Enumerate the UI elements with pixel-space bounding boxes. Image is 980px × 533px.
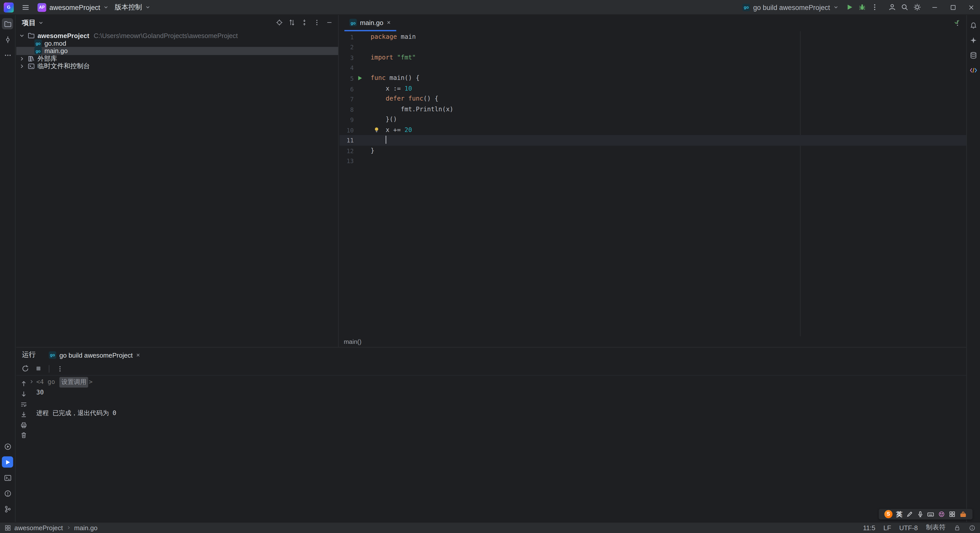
tree-item-3[interactable]: 外部库 <box>16 55 338 62</box>
code-line-2[interactable]: 2 <box>339 42 966 53</box>
clear-console-button[interactable] <box>19 431 29 439</box>
expand-all-button[interactable] <box>287 18 296 27</box>
main-menu-button[interactable] <box>19 1 32 14</box>
console-line-3: 进程 已完成，退出代码为 0 <box>31 408 966 418</box>
chevron-down-icon <box>145 4 151 10</box>
code-line-9[interactable]: 9 }() <box>339 115 966 125</box>
vcs-widget[interactable]: 版本控制 <box>115 3 151 12</box>
bulb-icon <box>373 127 380 134</box>
code-line-3[interactable]: 3import "fmt" <box>339 53 966 63</box>
tree-chevron-icon[interactable] <box>19 63 25 69</box>
toolbar-separator <box>49 365 49 372</box>
status-project-name[interactable]: awesomeProject <box>14 524 63 531</box>
intention-bulb-icon[interactable] <box>373 127 380 134</box>
cursor-position[interactable]: 11:5 <box>863 524 875 531</box>
line-ending[interactable]: LF <box>883 524 891 531</box>
rerun-button[interactable] <box>21 364 30 373</box>
code-line-11[interactable]: 11 <box>339 135 966 146</box>
ai-assistant-button[interactable] <box>968 35 979 46</box>
code-line-7[interactable]: 7 defer func() { <box>339 94 966 104</box>
close-icon <box>967 3 975 11</box>
run-options-button[interactable] <box>55 364 65 373</box>
close-button[interactable] <box>962 0 980 15</box>
inspections-ok-icon[interactable] <box>953 18 961 25</box>
commit-tool-button[interactable] <box>2 34 13 45</box>
notifications-button[interactable] <box>968 19 979 31</box>
code-line-13[interactable]: 13 <box>339 156 966 166</box>
code-line-8[interactable]: 8 fmt.Println(x) <box>339 104 966 115</box>
print-button[interactable] <box>19 421 29 429</box>
microphone-icon[interactable] <box>916 511 923 518</box>
code-line-4[interactable]: 4 <box>339 63 966 73</box>
database-button[interactable] <box>968 49 979 60</box>
editor-tab-main-go[interactable]: go main.go <box>344 15 396 32</box>
code-line-12[interactable]: 12} <box>339 146 966 156</box>
code-line-6[interactable]: 6 x := 10 <box>339 84 966 94</box>
run-gutter-icon[interactable] <box>357 75 363 81</box>
minimize-button[interactable] <box>926 0 944 15</box>
user-account-button[interactable] <box>886 1 898 14</box>
run-config-selector[interactable]: go go build awesomeProject <box>738 0 843 14</box>
file-encoding[interactable]: UTF-8 <box>899 524 918 531</box>
console-link[interactable]: 设置调用 <box>59 377 88 388</box>
endpoints-button[interactable] <box>968 64 979 76</box>
collapse-all-button[interactable] <box>299 18 309 27</box>
tree-chevron-icon[interactable] <box>19 56 25 62</box>
emoji-icon[interactable] <box>939 511 945 518</box>
ime-language-mode[interactable]: 英 <box>896 510 902 519</box>
tree-item-2[interactable]: gomain.go <box>16 47 338 55</box>
problems-tool-button[interactable] <box>2 488 13 499</box>
notification-circle-icon[interactable] <box>969 524 976 531</box>
tree-chevron-icon[interactable] <box>19 33 25 39</box>
status-file-name[interactable]: main.go <box>74 524 97 531</box>
code-line-10[interactable]: 10 x += 20 <box>339 125 966 135</box>
code-line-1[interactable]: 1package main <box>339 32 966 42</box>
prev-occurrence-button[interactable] <box>19 380 29 388</box>
go-mod-icon: go <box>35 40 42 47</box>
more-actions-button[interactable] <box>868 1 881 14</box>
soft-wrap-button[interactable] <box>19 400 29 408</box>
console-line-0: <4 go 设置调用> <box>31 377 966 388</box>
breadcrumb[interactable]: main() <box>339 336 966 347</box>
code-line-5[interactable]: 5func main() { <box>339 73 966 84</box>
stop-button[interactable] <box>34 364 43 373</box>
fold-chevron-icon <box>29 379 35 384</box>
terminal-tool-button[interactable] <box>2 472 13 483</box>
lock-icon[interactable] <box>954 524 961 531</box>
tree-item-4[interactable]: 临时文件和控制台 <box>16 62 338 70</box>
toolbox-icon[interactable] <box>959 511 967 518</box>
version-control-tool-button[interactable] <box>2 503 13 514</box>
close-tab-icon[interactable] <box>136 352 141 357</box>
pen-icon[interactable] <box>906 511 913 518</box>
arrow-down-icon <box>20 390 27 398</box>
run-panel-title[interactable]: 运行 <box>22 350 36 360</box>
tree-item-1[interactable]: gogo.mod <box>16 40 338 47</box>
hide-panel-button[interactable] <box>325 18 334 27</box>
search-everywhere-button[interactable] <box>898 1 911 14</box>
maximize-button[interactable] <box>944 0 962 15</box>
project-panel-title[interactable]: 项目 <box>22 18 44 27</box>
run-tab-go-build[interactable]: go go build awesomeProject <box>45 348 145 362</box>
project-widget[interactable]: AP awesomeProject <box>38 3 109 11</box>
keyboard-icon[interactable] <box>927 511 935 518</box>
go-run-config-icon: go <box>49 351 56 358</box>
services-tool-button[interactable] <box>2 441 13 452</box>
settings-button[interactable] <box>911 1 923 14</box>
panel-options-button[interactable] <box>312 18 321 27</box>
run-button[interactable] <box>843 1 856 14</box>
sogou-logo-icon[interactable]: S <box>884 510 892 518</box>
close-tab-icon[interactable] <box>387 20 391 25</box>
tree-item-0[interactable]: awesomeProjectC:\Users\meowr\GolandProje… <box>16 32 338 40</box>
scroll-to-end-button[interactable] <box>19 410 29 418</box>
indent-style[interactable]: 制表符 <box>926 523 945 532</box>
status-project-icon <box>4 524 11 531</box>
more-tool-windows-button[interactable] <box>2 49 13 60</box>
run-tool-button[interactable] <box>2 457 13 468</box>
kebab-icon <box>870 3 878 11</box>
project-tool-button[interactable] <box>2 18 13 29</box>
console-fold-icon[interactable] <box>29 379 35 384</box>
debug-button[interactable] <box>856 1 868 14</box>
locate-file-button[interactable] <box>274 18 284 27</box>
grid-icon[interactable] <box>949 511 956 518</box>
next-occurrence-button[interactable] <box>19 390 29 398</box>
